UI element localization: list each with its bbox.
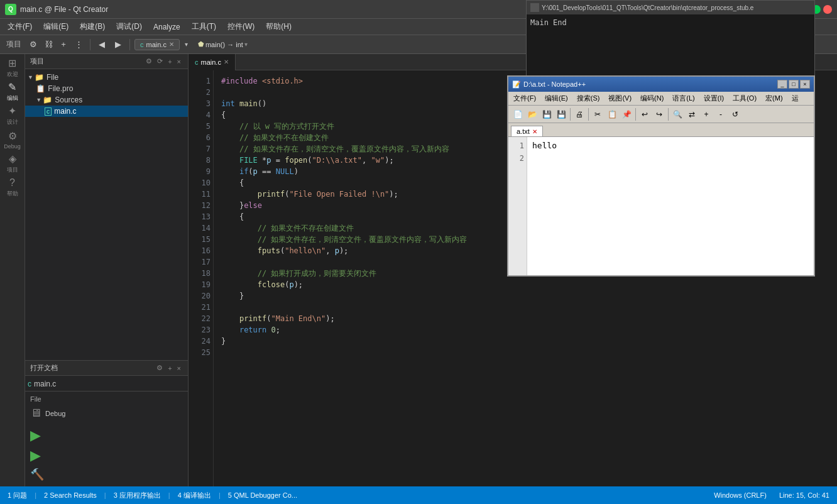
- sidebar-icon-help[interactable]: ?帮助: [1, 176, 24, 199]
- filter-action[interactable]: ⚙: [144, 57, 154, 66]
- sidebar-icon-design[interactable]: ✦设计: [1, 104, 24, 127]
- menu-item-w[interactable]: 控件(W): [222, 19, 260, 34]
- np-save-all[interactable]: 💾: [554, 107, 568, 121]
- line-num-5: 5: [191, 121, 211, 132]
- status-item-1[interactable]: 2 Search Results: [41, 491, 99, 499]
- tree-item-sources[interactable]: ▼📁Sources: [25, 94, 188, 106]
- np-replace[interactable]: ⇄: [685, 107, 699, 121]
- np-menu-n[interactable]: 编码(N): [637, 92, 667, 104]
- np-menu-[interactable]: 运: [788, 92, 802, 104]
- np-zoom-restore[interactable]: ↺: [728, 107, 742, 121]
- np-zoom-in[interactable]: +: [699, 107, 713, 121]
- tab-close-btn[interactable]: ✕: [169, 41, 174, 48]
- menu-item-t[interactable]: 工具(T): [187, 19, 221, 34]
- run-button[interactable]: ▶: [30, 427, 183, 444]
- np-print[interactable]: 🖨: [572, 107, 586, 121]
- np-menu-s[interactable]: 搜索(S): [573, 92, 604, 104]
- notepad-close[interactable]: ×: [800, 80, 810, 89]
- add-btn[interactable]: +: [57, 38, 70, 52]
- status-item-3[interactable]: 4 编译输出: [175, 491, 214, 500]
- line-num-9: 9: [191, 166, 211, 177]
- close-panel[interactable]: ×: [175, 57, 183, 66]
- open-docs-close[interactable]: ×: [175, 363, 183, 373]
- terminal-icon: [530, 3, 539, 12]
- np-find[interactable]: 🔍: [670, 107, 684, 121]
- status-item-4[interactable]: 5 QML Debugger Co...: [226, 491, 300, 499]
- np-new[interactable]: 📄: [511, 107, 525, 121]
- filter-btn[interactable]: ⚙: [26, 38, 40, 52]
- menu-item-h[interactable]: 帮助(H): [261, 19, 297, 34]
- run-debug-button[interactable]: ▶: [30, 447, 183, 464]
- np-tab-close[interactable]: ✕: [532, 128, 537, 135]
- terminal-window: Y:\001_DevelopTools\011_QT\Tools\QtCreat…: [526, 0, 815, 88]
- line-num-16: 16: [191, 245, 211, 256]
- np-open[interactable]: 📂: [525, 107, 539, 121]
- options-btn[interactable]: ⋮: [72, 38, 85, 52]
- np-menu-i[interactable]: 设置(I): [700, 92, 728, 104]
- line-num-13: 13: [191, 211, 211, 222]
- np-paste[interactable]: 📌: [620, 107, 633, 121]
- status-item-2[interactable]: 3 应用程序输出: [111, 491, 163, 500]
- sidebar-icon-welcome[interactable]: ⊞欢迎: [1, 57, 24, 79]
- np-menu-e[interactable]: 编辑(E): [541, 92, 572, 104]
- notepad-tabbar: a.txt ✕: [508, 123, 814, 137]
- status-sep-3: |: [219, 491, 221, 499]
- notepad-title-left: 📝 D:\a.txt - Notepad++: [512, 80, 586, 89]
- tree-item-label: Sources: [55, 96, 82, 104]
- menu-item-b[interactable]: 构建(B): [75, 19, 110, 34]
- np-menu-v[interactable]: 视图(V): [604, 92, 635, 104]
- np-menu-l[interactable]: 语言(L): [669, 92, 698, 104]
- notepad-minimize[interactable]: _: [777, 80, 787, 89]
- toolbar-nav: ⚙ ⛓ + ⋮: [26, 38, 85, 52]
- tree-item-main-c[interactable]: cmain.c: [25, 106, 188, 117]
- np-save[interactable]: 💾: [540, 107, 554, 121]
- toolbar-separator-2: [129, 39, 130, 50]
- sidebar-icon-edit[interactable]: ✎编辑: [1, 80, 24, 103]
- folder-icon: 📁: [35, 73, 44, 82]
- np-redo[interactable]: ↪: [652, 107, 666, 121]
- open-docs-add[interactable]: +: [166, 363, 173, 373]
- active-tab[interactable]: c main.c ✕: [134, 39, 180, 50]
- menu-item-f[interactable]: 文件(F): [3, 19, 37, 34]
- notepad-maximize[interactable]: □: [789, 80, 799, 89]
- menu-item-d[interactable]: 调试(D): [111, 19, 147, 34]
- np-code-content[interactable]: hello: [527, 137, 814, 275]
- line-num-6: 6: [191, 132, 211, 143]
- np-copy[interactable]: 📋: [605, 107, 619, 121]
- link-btn[interactable]: ⛓: [41, 38, 55, 52]
- np-menu-f[interactable]: 文件(F): [510, 92, 540, 104]
- status-item-0[interactable]: 1 问题: [5, 491, 30, 500]
- sync-action[interactable]: ⟳: [155, 57, 165, 66]
- status-position[interactable]: Line: 15, Col: 41: [777, 491, 832, 499]
- debug-icon-row: 🖥 Debug: [30, 407, 183, 420]
- tree-item-file[interactable]: ▼📁File: [25, 72, 188, 83]
- tree-arrow: ▼: [36, 97, 41, 103]
- np-cut[interactable]: ✂: [591, 107, 604, 121]
- editor-tab-main[interactable]: c main.c ✕: [189, 54, 236, 70]
- open-docs-filter[interactable]: ⚙: [155, 363, 165, 373]
- np-zoom-out[interactable]: -: [714, 107, 728, 121]
- build-button[interactable]: 🔨: [30, 468, 183, 481]
- menu-item-e[interactable]: 编辑(E): [38, 19, 74, 34]
- open-doc-item[interactable]: c main.c: [25, 378, 188, 390]
- status-encoding[interactable]: Windows (CRLF): [711, 491, 769, 499]
- tab-dropdown[interactable]: ▾: [182, 41, 190, 48]
- back-btn[interactable]: ◀: [95, 38, 109, 52]
- add-action[interactable]: +: [166, 57, 173, 66]
- np-menu-m[interactable]: 宏(M): [762, 92, 787, 104]
- edit-label: 编辑: [7, 94, 18, 102]
- sidebar-icon-project[interactable]: ◈项目: [1, 152, 24, 175]
- run-buttons: ▶ ▶ 🔨: [25, 422, 188, 486]
- close-button[interactable]: [823, 5, 832, 14]
- editor-tab-close[interactable]: ✕: [224, 58, 229, 65]
- debug-section: File 🖥 Debug: [25, 391, 188, 422]
- tree-item-file-pro[interactable]: 📋File.pro: [25, 83, 188, 94]
- project-symbol: ◈: [9, 153, 16, 165]
- breadcrumb-dropdown[interactable]: ▾: [244, 41, 248, 48]
- menu-item-analyze[interactable]: Analyze: [148, 21, 185, 33]
- np-undo[interactable]: ↩: [638, 107, 652, 121]
- sidebar-icon-debug[interactable]: ⚙Debug: [1, 128, 24, 151]
- forward-btn[interactable]: ▶: [111, 38, 125, 52]
- np-menu-o[interactable]: 工具(O): [729, 92, 760, 104]
- np-tab-a-txt[interactable]: a.txt ✕: [511, 126, 543, 136]
